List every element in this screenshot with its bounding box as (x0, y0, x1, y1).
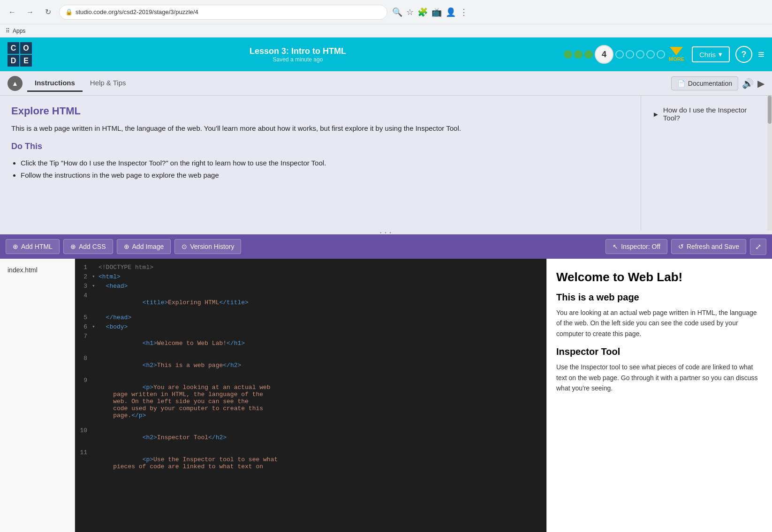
apps-bar: ⠿ Apps (0, 24, 772, 37)
fullscreen-button[interactable]: ⤢ (750, 239, 766, 255)
logo-c: C (8, 42, 19, 54)
line-toggle-2: ▾ (92, 273, 98, 279)
add-image-plus-icon: ⊕ (124, 243, 129, 250)
line-num-9: 9 (75, 377, 92, 384)
play-icon: ▶ (757, 78, 764, 89)
lock-icon: 🔒 (65, 8, 73, 15)
line-code-2: <html> (98, 273, 546, 280)
instructions-panel: ▲ Instructions Help & Tips 📄 Documentati… (0, 71, 772, 231)
line-code-8: <h2>This is a web page</h2> (98, 355, 546, 376)
line-toggle-6: ▾ (92, 323, 98, 330)
line-code-10: <h2>Inspector Tool</h2> (98, 427, 546, 448)
sound-button[interactable]: 🔊 (742, 78, 754, 89)
lesson-info: Lesson 3: Intro to HTML Saved a minute a… (39, 46, 556, 63)
user-dropdown-icon: ▾ (719, 50, 722, 59)
inspector-label: Inspector: Off (621, 243, 660, 250)
dot-2 (574, 50, 583, 59)
apps-label: Apps (13, 28, 25, 34)
file-index-html[interactable]: index.html (4, 264, 71, 276)
menu-button[interactable]: ≡ (758, 48, 764, 61)
dot-3 (584, 50, 593, 59)
user-name: Chris (699, 51, 716, 59)
code-line-8: 8 <h2>This is a web page</h2> (75, 354, 546, 376)
instructions-right: 📄 Documentation 🔊 ▶ (671, 76, 764, 90)
line-num-6: 6 (75, 323, 92, 330)
code-line-1: 1 <!DOCTYPE html> (75, 263, 546, 273)
explore-title: Explore HTML (11, 105, 629, 117)
preview-p2: Use the Inspector tool to see what piece… (556, 362, 763, 393)
menu-icon: ≡ (758, 48, 764, 60)
instructions-content: Explore HTML This is a web page written … (0, 96, 772, 231)
file-label: index.html (8, 266, 38, 274)
add-css-button[interactable]: ⊕ Add CSS (63, 239, 113, 254)
tip-trigger[interactable]: ► How do I use the Inspector Tool? (649, 103, 764, 125)
toolbar-right: ↖ Inspector: Off ↺ Refresh and Save ⤢ (605, 239, 766, 255)
file-tree: index.html (0, 259, 75, 532)
address-bar[interactable]: 🔒 studio.code.org/s/csd2-2019/stage/3/pu… (59, 5, 387, 20)
code-line-10: 10 <h2>Inspector Tool</h2> (75, 427, 546, 449)
cast-icon: 📺 (431, 7, 442, 17)
apps-grid-icon: ⠿ (6, 28, 10, 34)
tab-instructions[interactable]: Instructions (27, 75, 83, 92)
add-html-button[interactable]: ⊕ Add HTML (6, 239, 60, 254)
code-line-4: 4 <title>Exploring HTML</title> (75, 292, 546, 314)
line-num-1: 1 (75, 264, 92, 271)
preview-p1: You are looking at an actual web page wr… (556, 307, 763, 339)
refresh-button[interactable]: ↻ (41, 6, 54, 19)
inspector-button[interactable]: ↖ Inspector: Off (605, 239, 667, 254)
refresh-label: Refresh and Save (687, 243, 739, 250)
documentation-button[interactable]: 📄 Documentation (671, 76, 738, 90)
dot-6 (626, 50, 634, 59)
browser-bar: ← → ↻ 🔒 studio.code.org/s/csd2-2019/stag… (0, 0, 772, 24)
browser-icons: 🔍 ☆ 🧩 📺 👤 ⋮ (392, 7, 468, 17)
editor-body: index.html 1 <!DOCTYPE html> 2 ▾ <html> … (0, 259, 772, 532)
preview-h1: Welcome to Web Lab! (556, 270, 763, 285)
back-button[interactable]: ← (6, 6, 19, 19)
more-label: MORE (669, 56, 684, 62)
add-image-button[interactable]: ⊕ Add Image (117, 239, 171, 254)
more-button[interactable]: MORE (669, 47, 684, 62)
extension-icon: 🧩 (417, 7, 428, 17)
top-nav: C O D E Lesson 3: Intro to HTML Saved a … (0, 37, 772, 71)
forward-button[interactable]: → (23, 6, 37, 19)
instructions-scrollbar[interactable] (767, 96, 772, 231)
instructions-list: Click the Tip "How do I use the Inspecto… (11, 157, 629, 181)
line-code-9: <p>You are looking at an actual web page… (98, 377, 546, 426)
preview-panel: Welcome to Web Lab! This is a web page Y… (547, 259, 772, 532)
line-num-7: 7 (75, 333, 92, 340)
profile-icon: 👤 (446, 7, 456, 17)
line-code-11: <p>Use the Inspector tool to see what pi… (98, 449, 546, 477)
help-label: ? (741, 50, 746, 60)
play-button[interactable]: ▶ (757, 78, 764, 89)
dot-7 (636, 50, 644, 59)
tab-help-tips[interactable]: Help & Tips (83, 75, 134, 92)
line-num-2: 2 (75, 273, 92, 280)
logo-o: O (20, 42, 32, 54)
line-num-3: 3 (75, 283, 92, 290)
tip-label: How do I use the Inspector Tool? (663, 106, 761, 122)
instructions-tabs: ▲ Instructions Help & Tips 📄 Documentati… (0, 71, 772, 96)
help-button[interactable]: ? (735, 46, 752, 63)
line-num-11: 11 (75, 449, 92, 456)
version-history-button[interactable]: ⊙ Version History (174, 239, 241, 254)
drag-dots-icon: • • • (380, 230, 392, 235)
progress-section: 4 MORE (564, 45, 684, 64)
preview-h2-1: This is a web page (556, 292, 763, 303)
collapse-button[interactable]: ▲ (8, 76, 23, 91)
user-button[interactable]: Chris ▾ (692, 46, 730, 62)
code-line-9: 9 <p>You are looking at an actual web pa… (75, 376, 546, 427)
tip-arrow-icon: ► (652, 110, 659, 118)
list-item-1: Click the Tip "How do I use the Inspecto… (21, 157, 629, 169)
add-css-plus-icon: ⊕ (70, 243, 76, 250)
instructions-left: Explore HTML This is a web page written … (0, 96, 641, 231)
refresh-save-button[interactable]: ↺ Refresh and Save (671, 239, 746, 254)
browser-chrome: ← → ↻ 🔒 studio.code.org/s/csd2-2019/stag… (0, 0, 772, 37)
line-code-4: <title>Exploring HTML</title> (98, 292, 546, 313)
code-editor[interactable]: 1 <!DOCTYPE html> 2 ▾ <html> 3 ▾ <head> … (75, 259, 547, 532)
dot-1 (564, 50, 572, 59)
instructions-right-panel: ► How do I use the Inspector Tool? (641, 96, 772, 231)
lesson-title: Lesson 3: Intro to HTML (39, 46, 556, 56)
line-code-6: <body> (98, 323, 546, 330)
drag-handle[interactable]: • • • (0, 231, 772, 234)
logo-e: E (20, 55, 32, 67)
